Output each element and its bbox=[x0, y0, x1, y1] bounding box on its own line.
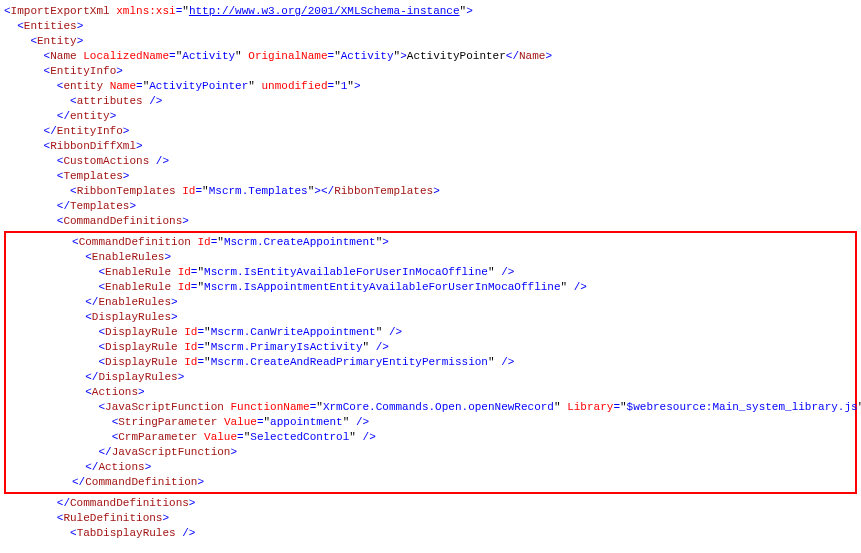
code-line: <DisplayRule Id="Mscrm.CanWriteAppointme… bbox=[6, 325, 855, 340]
code-line: <CommandDefinition Id="Mscrm.CreateAppoi… bbox=[6, 235, 855, 250]
code-line: <CrmParameter Value="SelectedControl" /> bbox=[6, 430, 855, 445]
code-line: </EnableRules> bbox=[6, 295, 855, 310]
code-line: </DisplayRules> bbox=[6, 370, 855, 385]
code-line: <RibbonDiffXml> bbox=[4, 139, 857, 154]
code-line: </CommandDefinitions> bbox=[4, 496, 857, 511]
code-line: </entity> bbox=[4, 109, 857, 124]
code-line: <StringParameter Value="appointment" /> bbox=[6, 415, 855, 430]
code-line: <Entity> bbox=[4, 34, 857, 49]
code-line: <Templates> bbox=[4, 169, 857, 184]
code-line: </JavaScriptFunction> bbox=[6, 445, 855, 460]
code-line: <DisplayRule Id="Mscrm.PrimaryIsActivity… bbox=[6, 340, 855, 355]
code-line: <TabDisplayRules /> bbox=[4, 526, 857, 541]
code-line: <Entities> bbox=[4, 19, 857, 34]
code-line: <JavaScriptFunction FunctionName="XrmCor… bbox=[6, 400, 855, 415]
code-line: <Actions> bbox=[6, 385, 855, 400]
xsi-namespace-link[interactable]: http://www.w3.org/2001/XMLSchema-instanc… bbox=[189, 5, 460, 17]
code-line: <CommandDefinitions> bbox=[4, 214, 857, 229]
code-line: </EntityInfo> bbox=[4, 124, 857, 139]
code-line: <CustomActions /> bbox=[4, 154, 857, 169]
code-line: <DisplayRules> bbox=[6, 310, 855, 325]
code-line: <EntityInfo> bbox=[4, 64, 857, 79]
code-line: <attributes /> bbox=[4, 94, 857, 109]
code-line: <EnableRule Id="Mscrm.IsEntityAvailableF… bbox=[6, 265, 855, 280]
xml-code-block: <ImportExportXml xmlns:xsi="http://www.w… bbox=[4, 4, 857, 541]
code-line: <RuleDefinitions> bbox=[4, 511, 857, 526]
code-line: <EnableRules> bbox=[6, 250, 855, 265]
code-line: </CommandDefinition> bbox=[6, 475, 855, 490]
code-line: <DisplayRule Id="Mscrm.CreateAndReadPrim… bbox=[6, 355, 855, 370]
code-line: <entity Name="ActivityPointer" unmodifie… bbox=[4, 79, 857, 94]
code-line: <RibbonTemplates Id="Mscrm.Templates"></… bbox=[4, 184, 857, 199]
code-line: </Actions> bbox=[6, 460, 855, 475]
highlighted-block: <CommandDefinition Id="Mscrm.CreateAppoi… bbox=[4, 231, 857, 494]
code-line: <Name LocalizedName="Activity" OriginalN… bbox=[4, 49, 857, 64]
code-line: </Templates> bbox=[4, 199, 857, 214]
code-line: <ImportExportXml xmlns:xsi="http://www.w… bbox=[4, 4, 857, 19]
code-line: <EnableRule Id="Mscrm.IsAppointmentEntit… bbox=[6, 280, 855, 295]
